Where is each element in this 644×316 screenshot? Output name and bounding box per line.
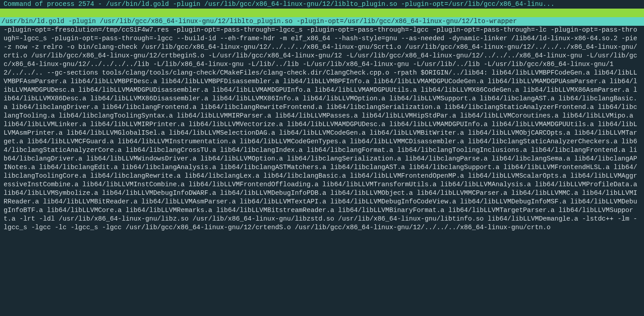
command-body: -plugin-opt=-fresolution=/tmp/ccSiF4w7.r… [0,26,644,232]
separator-bar [0,9,644,17]
window-title: Command of process 2574 - /usr/bin/ld.go… [0,0,644,9]
highlighted-command[interactable]: /usr/bin/ld.gold -plugin /usr/lib/gcc/x8… [0,17,644,26]
